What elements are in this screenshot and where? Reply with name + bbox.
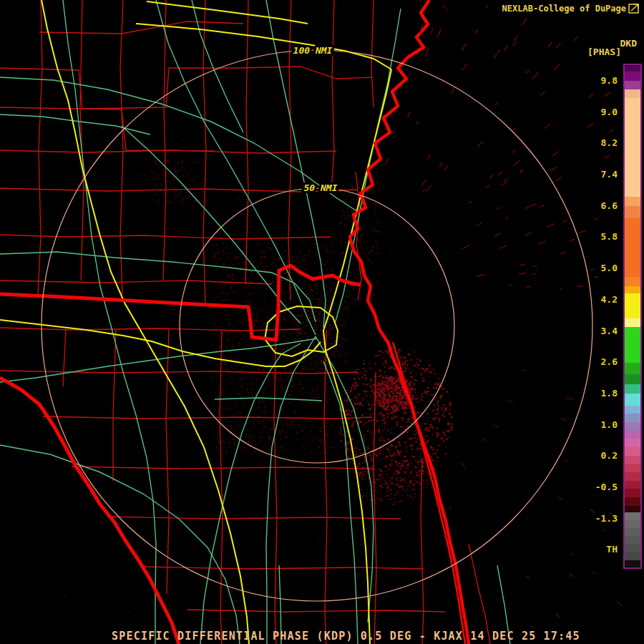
colorbar-segment xyxy=(625,552,640,560)
colorbar-segment xyxy=(625,218,640,277)
colorbar-segment xyxy=(625,89,640,98)
colorbar-segment xyxy=(625,414,640,422)
radar-viewer: { "header": { "source": "NEXLAB-College … xyxy=(0,0,644,644)
colorbar-segment xyxy=(625,98,640,197)
colorbar-segment xyxy=(625,206,640,218)
colorbar-segment xyxy=(625,374,640,384)
colorbar-tick-label: 7.4 xyxy=(575,169,618,180)
colorbar-segment xyxy=(625,277,640,286)
colorbar-tick-label: 1.8 xyxy=(575,388,618,399)
colorbar-segment xyxy=(625,456,640,464)
colorbar-segment xyxy=(625,481,640,489)
colorbar-segment xyxy=(625,363,640,374)
colorbar-tick-label: 2.6 xyxy=(575,356,618,367)
range-ring-label: 50 NMI xyxy=(304,182,338,193)
colorbar-segment xyxy=(625,431,640,439)
colorbar-tick-label: 8.2 xyxy=(575,137,618,148)
colorbar-tick-label: 1.0 xyxy=(575,419,618,430)
colorbar-segment xyxy=(625,489,640,497)
colorbar-segment xyxy=(625,66,640,72)
colorbar-segment xyxy=(625,536,640,544)
colorbar-segment xyxy=(625,497,640,506)
colorbar-segment xyxy=(625,560,640,567)
colorbar-tick-label: 6.6 xyxy=(575,200,618,211)
colorbar-segment xyxy=(625,520,640,528)
product-caption: SPECIFIC DIFFERENTIAL PHASE (KDP) 0.5 DE… xyxy=(112,630,580,643)
colorbar-tick-label: 5.8 xyxy=(575,231,618,242)
units-label: [PHAS] xyxy=(587,47,621,57)
colorbar-tick-label: -1.3 xyxy=(575,513,618,524)
colorbar-segment xyxy=(625,422,640,431)
colorbar-tick-label: 4.2 xyxy=(575,294,618,305)
colorbar-tick-label: 3.4 xyxy=(575,326,618,336)
colorbar-segment xyxy=(625,447,640,456)
colorbar-segment xyxy=(625,439,640,447)
colorbar-segment xyxy=(625,464,640,472)
colorbar-segment xyxy=(625,544,640,552)
colorbar-segment xyxy=(625,293,640,318)
colorbar-segment xyxy=(625,72,640,81)
colorbar-segment xyxy=(625,286,640,293)
colorbar-segment xyxy=(625,327,640,363)
colorbar-segment xyxy=(625,472,640,481)
colorbar-segment xyxy=(625,81,640,89)
colorbar-segment xyxy=(625,197,640,206)
range-ring-label: 100 NMI xyxy=(293,45,333,56)
colorbar-tick-label: TH xyxy=(575,544,618,555)
colorbar-segment xyxy=(625,394,640,406)
colorbar-tick-label: 9.0 xyxy=(575,107,618,117)
radar-map: 50 NMI100 NMI xyxy=(0,0,644,644)
product-code-label: DKD xyxy=(620,38,637,49)
external-link-icon xyxy=(628,2,642,15)
colorbar-tick-label: -0.5 xyxy=(575,482,618,492)
colorbar-tick-label: 9.8 xyxy=(575,75,618,86)
colorbar-segment xyxy=(625,318,640,327)
colorbar xyxy=(623,64,642,569)
colorbar-segment xyxy=(625,528,640,536)
colorbar-segment xyxy=(625,406,640,414)
colorbar-tick-label: 5.0 xyxy=(575,263,618,273)
colorbar-segment xyxy=(625,384,640,394)
colorbar-segment xyxy=(625,512,640,520)
colorbar-segment xyxy=(625,506,640,512)
source-title: NEXLAB-College of DuPage xyxy=(502,4,626,14)
colorbar-tick-label: 0.2 xyxy=(575,450,618,461)
